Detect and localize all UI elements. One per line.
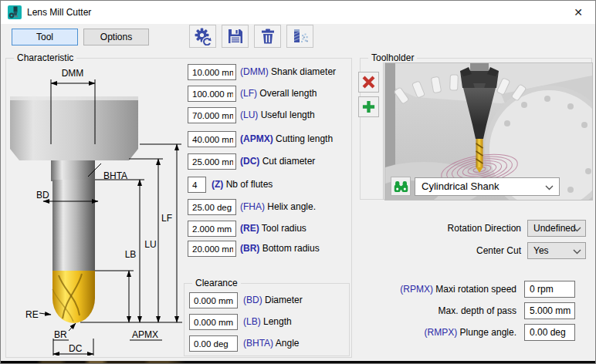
- dc-label: Cut diameter: [262, 156, 316, 167]
- delete-button[interactable]: [254, 25, 281, 48]
- diagram-label-lu: LU: [144, 239, 156, 250]
- dc-code: (DC): [240, 156, 259, 167]
- plunge-angle-input[interactable]: [524, 324, 575, 341]
- fha-label: Helix angle.: [267, 201, 316, 212]
- diagram-label-dc: DC: [69, 343, 83, 354]
- br-code: (BR): [240, 243, 259, 254]
- fha-code: (FHA): [240, 201, 265, 212]
- bd-code: (BD): [243, 295, 262, 305]
- lf-label: Overall length: [259, 88, 317, 99]
- lu-label: Useful length: [261, 110, 315, 120]
- tab-tool[interactable]: Tool: [12, 29, 78, 46]
- save-floppy-icon: [227, 28, 244, 45]
- diagram-label-apmx: APMX: [132, 329, 158, 340]
- chevron-down-icon: [573, 249, 581, 254]
- bhta-input[interactable]: [189, 335, 238, 352]
- lb-input[interactable]: [189, 314, 238, 330]
- center-cut-dropdown[interactable]: Yes: [527, 242, 586, 259]
- max-depth-label: Max. depth of pass: [439, 302, 516, 319]
- re-input[interactable]: [188, 221, 236, 237]
- red-x-icon: [361, 75, 376, 89]
- apmx-label: Cutting length: [276, 133, 333, 144]
- flutes-label: Nb of flutes: [226, 179, 273, 190]
- shank-type-value: Cylindrical Shank: [422, 180, 499, 192]
- add-toolholder-button[interactable]: [358, 96, 379, 117]
- rotation-direction-value: Undefined: [533, 223, 576, 234]
- shank-type-dropdown[interactable]: Cylindrical Shank: [415, 177, 560, 196]
- dmm-label: Shank diameter: [271, 66, 336, 77]
- binoculars-icon: [393, 180, 409, 194]
- simulation-button[interactable]: [286, 25, 313, 48]
- clearance-group-title: Clearance: [192, 278, 241, 288]
- app-icon: [8, 5, 22, 19]
- diagram-label-bd: BD: [36, 190, 49, 201]
- tool-chips-icon: [292, 28, 309, 45]
- dmm-input[interactable]: [188, 64, 236, 80]
- lens-mill-cutter-dialog: Lens Mill Cutter ✕ Tool Options: [0, 0, 596, 364]
- diagram-label-bhta: BHTA: [103, 170, 127, 181]
- bhta-label: Angle: [276, 338, 300, 349]
- chevron-down-icon: [573, 227, 581, 232]
- gear-refresh-icon: [194, 27, 212, 46]
- green-plus-icon: [361, 99, 376, 114]
- trash-icon: [259, 28, 276, 45]
- tab-options[interactable]: Options: [83, 29, 149, 46]
- re-code: (RE): [240, 223, 259, 234]
- center-cut-label: Center Cut: [476, 242, 521, 259]
- flutes-input[interactable]: [188, 177, 206, 193]
- center-cut-value: Yes: [533, 245, 549, 256]
- max-depth-input[interactable]: [524, 302, 575, 319]
- diagram-label-dmm: DMM: [62, 68, 84, 79]
- title-bar: Lens Mill Cutter ✕: [1, 1, 595, 24]
- chevron-down-icon: [545, 185, 554, 190]
- lb-label: Length: [263, 316, 292, 327]
- lf-code: (LF): [240, 88, 257, 99]
- recompute-button[interactable]: [189, 25, 216, 48]
- flutes-code: (Z): [212, 179, 223, 190]
- window-title: Lens Mill Cutter: [27, 1, 91, 24]
- lb-code: (LB): [243, 316, 261, 327]
- diagram-label-br: BR: [54, 329, 67, 340]
- rotation-direction-dropdown[interactable]: Undefined: [527, 220, 586, 237]
- toolholder-group-title: Toolholder: [368, 52, 417, 63]
- diagram-label-re: RE: [25, 309, 39, 320]
- save-button[interactable]: [222, 25, 249, 48]
- re-label: Tool radius: [262, 223, 306, 234]
- rmpx-label: Plunge angle.: [460, 327, 516, 338]
- bd-label: Diameter: [265, 295, 303, 305]
- background-window-strip: [1, 361, 596, 364]
- rmpx-code: (RMPX): [425, 327, 458, 338]
- max-rotation-input[interactable]: [524, 281, 575, 298]
- lu-code: (LU): [240, 110, 258, 120]
- bd-input[interactable]: [189, 292, 238, 308]
- rotation-direction-label: Rotation Direction: [448, 220, 521, 237]
- dmm-code: (DMM): [240, 66, 269, 77]
- toolholder-separator: [383, 62, 384, 200]
- remove-toolholder-button[interactable]: [358, 72, 379, 93]
- dc-input[interactable]: [188, 153, 236, 170]
- diagram-label-lf: LF: [161, 213, 172, 224]
- lu-input[interactable]: [188, 107, 236, 123]
- rpmx-code: (RPMX): [400, 284, 433, 295]
- search-toolholder-button[interactable]: [391, 177, 411, 196]
- lf-input[interactable]: [188, 86, 236, 102]
- diagram-label-lb: LB: [125, 249, 137, 260]
- rpmx-label: Maxi rotation speed: [435, 284, 516, 295]
- apmx-input[interactable]: [188, 131, 236, 147]
- fha-input[interactable]: [188, 199, 236, 215]
- close-icon[interactable]: ✕: [561, 1, 595, 24]
- br-label: Bottom radius: [262, 243, 320, 254]
- tool-diagram: DMM BHTA BD LF LU LB RE BR DC APMX: [7, 59, 185, 356]
- bhta-code: (BHTA): [243, 338, 273, 349]
- apmx-code: (APMX): [240, 133, 273, 144]
- br-input[interactable]: [188, 241, 236, 257]
